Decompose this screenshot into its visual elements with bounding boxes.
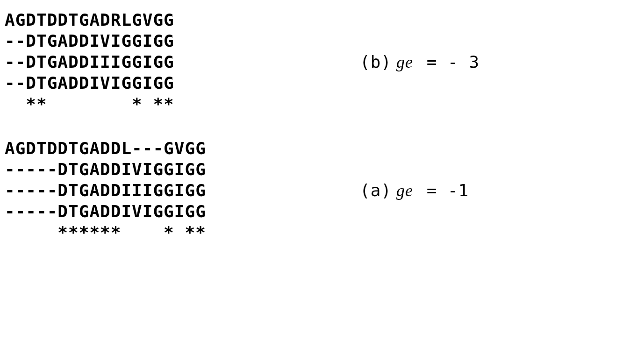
sequence-line: -----DTGADDIVIGGIGG (5, 159, 341, 180)
sequence-line: --DTGADDIVIGGIGG (5, 72, 341, 93)
sequence-line: --DTGADDIIIGGIGG (5, 51, 341, 72)
label-variable: ge (396, 52, 413, 72)
alignment-sequences-b: AGDTDDTGADRLGVGG --DTGADDIVIGGIGG --DTGA… (5, 9, 341, 114)
label-value: = - 3 (416, 52, 479, 71)
sequence-line: --DTGADDIVIGGIGG (5, 30, 341, 51)
label-id: (b) (360, 52, 392, 71)
label-id: (a) (360, 181, 392, 200)
alignment-label-a: (a) ge = -1 (360, 181, 469, 200)
alignment-label-b: (b) ge = - 3 (360, 52, 479, 72)
consensus-line: ****** * ** (5, 222, 341, 243)
consensus-line: ** * ** (5, 93, 341, 114)
sequence-line: AGDTDDTGADDL---GVGG (5, 138, 341, 159)
sequence-line: AGDTDDTGADRLGVGG (5, 9, 341, 30)
alignment-sequences-a: AGDTDDTGADDL---GVGG -----DTGADDIVIGGIGG … (5, 138, 341, 243)
sequence-line: -----DTGADDIIIGGIGG (5, 180, 341, 201)
label-variable: ge (396, 181, 413, 200)
alignment-block-a: AGDTDDTGADDL---GVGG -----DTGADDIVIGGIGG … (5, 138, 639, 243)
label-value: = -1 (416, 181, 469, 200)
sequence-line: -----DTGADDIVIGGIGG (5, 201, 341, 222)
alignment-block-b: AGDTDDTGADRLGVGG --DTGADDIVIGGIGG --DTGA… (5, 9, 639, 114)
